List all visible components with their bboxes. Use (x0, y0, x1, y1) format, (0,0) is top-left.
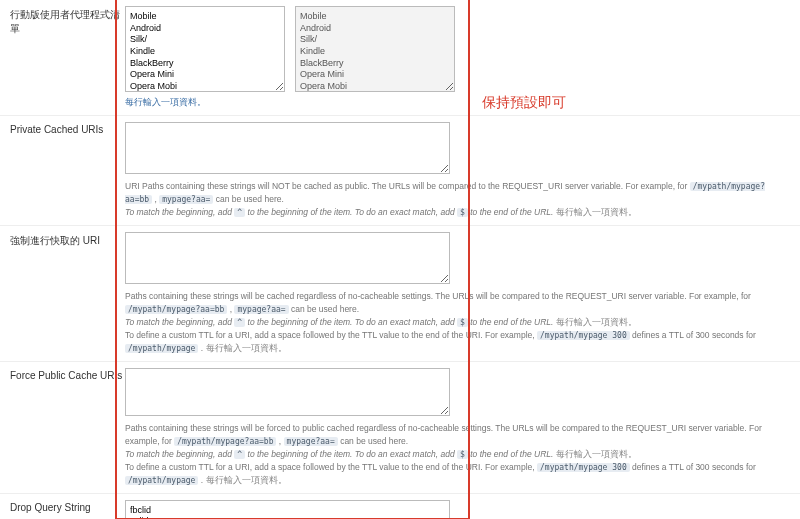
row-drop-qs: Drop Query String (0, 494, 800, 520)
mobile-ua-hint: 每行輸入一項資料。 (125, 96, 780, 109)
code-snippet: $ (457, 450, 468, 459)
code-snippet: /mypath/mypage 300 (537, 331, 630, 340)
help-text: Paths containing these strings will be c… (125, 291, 751, 301)
force-public-help: Paths containing these strings will be f… (125, 422, 780, 487)
code-snippet: ^ (234, 208, 245, 217)
row-private-cached: Private Cached URIs URI Paths containing… (0, 116, 800, 226)
label-forced-cache: 強制進行快取的 URI (10, 232, 125, 355)
help-text-zh: 每行輸入一項資料。 (206, 475, 287, 485)
code-snippet: /mypath/mypage?aa=bb (125, 305, 227, 314)
help-text: To match the beginning, add (125, 207, 234, 217)
field-mobile-ua: 每行輸入一項資料。 (125, 6, 790, 109)
forced-cache-help: Paths containing these strings will be c… (125, 290, 780, 355)
label-force-public: Force Public Cache URIs (10, 368, 125, 487)
field-force-public: Paths containing these strings will be f… (125, 368, 790, 487)
forced-cache-textarea[interactable] (125, 232, 450, 284)
code-snippet: mypage?aa= (234, 305, 288, 314)
code-snippet: /mypath/mypage (125, 476, 198, 485)
mobile-ua-default (295, 6, 455, 92)
field-forced-cache: Paths containing these strings will be c… (125, 232, 790, 355)
help-text: can be used here. (340, 436, 408, 446)
row-forced-cache: 強制進行快取的 URI Paths containing these strin… (0, 226, 800, 362)
help-text: , (279, 436, 284, 446)
help-text: to the beginning of the item. To do an e… (248, 207, 458, 217)
dual-textareas-mobile-ua (125, 6, 780, 92)
help-text: URI Paths containing these strings will … (125, 181, 690, 191)
row-force-public: Force Public Cache URIs Paths containing… (0, 362, 800, 494)
code-snippet: mypage?aa= (284, 437, 338, 446)
help-text: to the end of the URL. (470, 207, 556, 217)
help-text: To define a custom TTL for a URI, add a … (125, 330, 537, 340)
private-cached-help: URI Paths containing these strings will … (125, 180, 780, 219)
code-snippet: ^ (234, 450, 245, 459)
help-text: defines a TTL of 300 seconds for (632, 462, 756, 472)
field-private-cached: URI Paths containing these strings will … (125, 122, 790, 219)
code-snippet: $ (457, 208, 468, 217)
force-public-textarea[interactable] (125, 368, 450, 416)
help-text: to the end of the URL. (470, 449, 556, 459)
help-text: To match the beginning, add (125, 317, 234, 327)
help-text: to the end of the URL. (470, 317, 556, 327)
help-text: can be used here. (291, 304, 359, 314)
help-text: to the beginning of the item. To do an e… (248, 449, 458, 459)
code-snippet: $ (457, 318, 468, 327)
help-text-zh: 每行輸入一項資料。 (206, 343, 287, 353)
mobile-ua-editable[interactable] (125, 6, 285, 92)
help-text: to the beginning of the item. To do an e… (248, 317, 458, 327)
private-cached-textarea[interactable] (125, 122, 450, 174)
help-text: can be used here. (216, 194, 284, 204)
row-mobile-ua: 行動版使用者代理程式清單 每行輸入一項資料。 (0, 0, 800, 116)
help-text-zh: 每行輸入一項資料。 (556, 449, 637, 459)
field-drop-qs (125, 500, 790, 520)
help-text-zh: 每行輸入一項資料。 (556, 317, 637, 327)
code-snippet: /mypath/mypage 300 (537, 463, 630, 472)
code-snippet: /mypath/mypage (125, 344, 198, 353)
code-snippet: ^ (234, 318, 245, 327)
help-text-zh: 每行輸入一項資料。 (556, 207, 637, 217)
help-text: defines a TTL of 300 seconds for (632, 330, 756, 340)
help-text: To match the beginning, add (125, 449, 234, 459)
label-mobile-ua: 行動版使用者代理程式清單 (10, 6, 125, 109)
help-text: To define a custom TTL for a URI, add a … (125, 462, 537, 472)
drop-qs-textarea[interactable] (125, 500, 450, 520)
label-private-cached: Private Cached URIs (10, 122, 125, 219)
code-snippet: mypage?aa= (159, 195, 213, 204)
label-drop-qs: Drop Query String (10, 500, 125, 520)
code-snippet: /mypath/mypage?aa=bb (174, 437, 276, 446)
